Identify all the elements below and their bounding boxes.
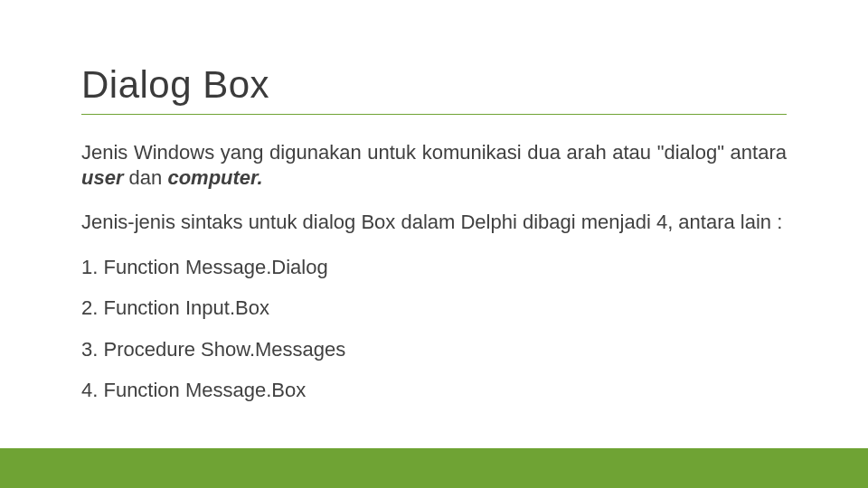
list-item: 1. Function Message.Dialog (81, 255, 787, 280)
intro-dan: dan (123, 166, 167, 189)
accent-bottom-bar (0, 448, 868, 488)
intro-computer: computer. (167, 166, 262, 189)
list-item: 4. Function Message.Box (81, 378, 787, 403)
intro-paragraph: Jenis Windows yang digunakan untuk komun… (81, 140, 787, 190)
slide-title: Dialog Box (81, 63, 787, 115)
intro-text-1: Jenis Windows yang digunakan untuk komun… (81, 141, 787, 164)
slide-container: Dialog Box Jenis Windows yang digunakan … (0, 0, 868, 488)
list-item: 2. Function Input.Box (81, 296, 787, 321)
subhead-paragraph: Jenis-jenis sintaks untuk dialog Box dal… (81, 210, 787, 235)
intro-user: user (81, 166, 123, 189)
list-item: 3. Procedure Show.Messages (81, 337, 787, 362)
